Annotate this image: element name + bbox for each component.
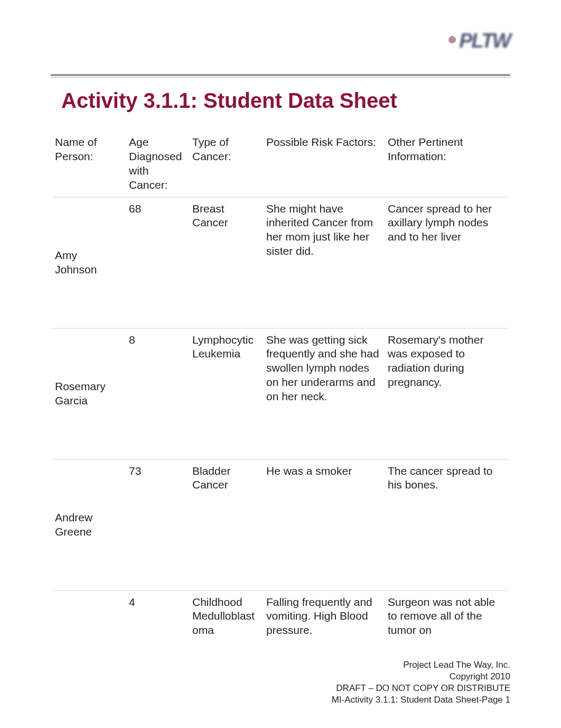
table-row-other: Cancer spread to her axillary lymph node… [386,197,508,328]
table-row-age: 8 [127,328,190,459]
table-row-age: 4 [127,590,190,646]
table-row-age: 68 [127,197,190,328]
table-row-other: Rosemary's mother was exposed to radiati… [386,328,508,459]
table-row-name: Rosemary Garcia [53,328,127,459]
page-footer: Project Lead The Way, Inc. Copyright 201… [332,659,510,706]
table-row-type: Childhood Medulloblastoma [190,590,264,646]
table-row-name: Amy Johnson [53,197,127,328]
table-row-name [53,590,127,646]
footer-line-3: DRAFT – DO NOT COPY OR DISTRIBUTE [332,683,510,694]
footer-line-1: Project Lead The Way, Inc. [332,659,510,671]
table-row-type: Lymphocytic Leukemia [190,328,264,459]
data-table: Name of Person: Age Diagnosed with Cance… [53,131,508,646]
logo-bullet-icon [448,36,456,43]
table-row-name: Andrew Greene [53,459,127,590]
col-header-type: Type of Cancer: [190,131,264,197]
footer-line-2: Copyright 2010 [332,671,510,683]
table-row-risk: She was getting sick frequently and she … [264,328,386,459]
table-row-risk: He was a smoker [264,459,386,590]
divider-thin [51,77,510,78]
page-title: Activity 3.1.1: Student Data Sheet [61,89,397,113]
col-header-other: Other Pertinent Information: [386,131,508,197]
logo: PLTW [448,30,510,52]
logo-text: PLTW [459,30,510,52]
table-row-age: 73 [127,459,190,590]
col-header-age: Age Diagnosed with Cancer: [127,131,190,197]
footer-line-4: MI-Activity 3.1.1: Student Data Sheet-Pa… [332,694,510,706]
col-header-risk: Possible Risk Factors: [264,131,386,197]
table-row-other: Surgeon was not able to remove all of th… [386,590,508,646]
col-header-name: Name of Person: [53,131,127,197]
table-row-type: Bladder Cancer [190,459,264,590]
table-row-type: Breast Cancer [190,197,264,328]
document-page: PLTW Activity 3.1.1: Student Data Sheet … [0,0,561,728]
divider-thick [51,74,510,76]
table-row-other: The cancer spread to his bones. [386,459,508,590]
table-row-risk: She might have inherited Cancer from her… [264,197,386,328]
table-row-risk: Falling frequently and vomiting. High Bl… [264,590,386,646]
